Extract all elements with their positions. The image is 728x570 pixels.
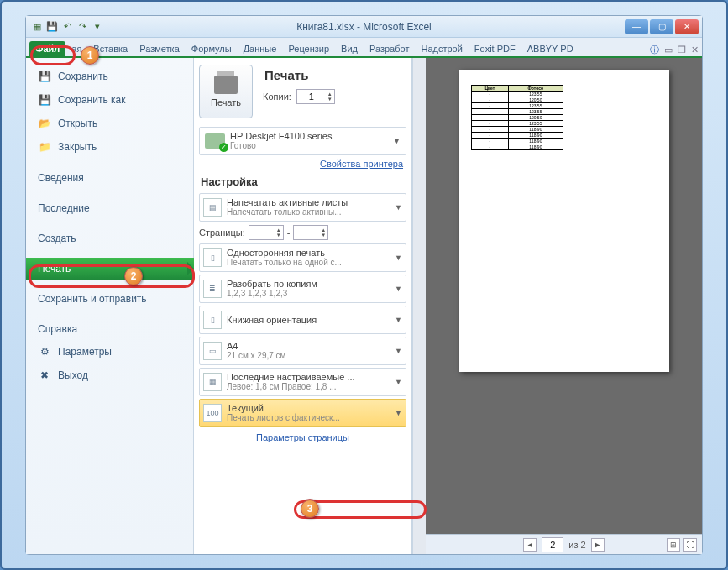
nav-item-Последние[interactable]: Последние <box>26 197 193 219</box>
printer-status: Готово <box>230 141 388 151</box>
printer-properties-link[interactable]: Свойства принтера <box>199 159 403 169</box>
copies-spinner[interactable]: ▲▼ <box>296 89 335 104</box>
scrollbar[interactable] <box>412 58 426 554</box>
chevron-down-icon: ▼ <box>395 203 402 212</box>
pages-to-input[interactable] <box>294 226 319 239</box>
close-button[interactable]: ✕ <box>675 19 699 34</box>
setting-sides[interactable]: ▯ Односторонняя печатьПечатать только на… <box>199 243 406 272</box>
nav-item-Сведения[interactable]: Сведения <box>26 167 193 189</box>
chevron-down-icon: ▼ <box>395 285 402 293</box>
close-doc-icon[interactable]: ✕ <box>691 44 699 55</box>
page-number-spinner[interactable] <box>542 537 563 552</box>
minimize-button[interactable]: — <box>625 19 648 34</box>
print-settings-panel: Печать Печать Копии: ▲▼ HP Desk <box>194 58 412 554</box>
marker-2: 2 <box>124 267 143 285</box>
tab-review[interactable]: Рецензир <box>282 41 335 56</box>
tab-foxit[interactable]: Foxit PDF <box>469 41 521 56</box>
chevron-down-icon: ▼ <box>393 137 401 145</box>
next-page-button[interactable]: ► <box>591 538 605 552</box>
restore-icon[interactable]: ❐ <box>678 44 686 55</box>
prev-page-button[interactable]: ◄ <box>523 538 537 552</box>
chevron-down-icon: ▼ <box>395 254 402 262</box>
print-button[interactable]: Печать <box>199 65 253 118</box>
setting-label: Текущий <box>227 404 390 413</box>
setting-sub: 1,2,3 1,2,3 1,2,3 <box>227 289 390 298</box>
printer-selector[interactable]: HP Deskjet F4100 series Готово ▼ <box>199 127 406 155</box>
nav-label: Открыть <box>58 118 97 129</box>
minimize-ribbon-icon[interactable]: ▭ <box>664 44 673 55</box>
nav-item-Справка[interactable]: Справка <box>26 318 193 340</box>
nav-item-Печать[interactable]: Печать <box>26 258 194 280</box>
printer-name: HP Deskjet F4100 series <box>230 131 388 141</box>
nav-icon: 📂 <box>38 117 51 130</box>
print-preview: ЦветФотосо-123.55-120.50-123.55-123.55-1… <box>426 58 702 554</box>
setting-paper-size[interactable]: ▭ A421 см x 29,7 см ▼ <box>199 337 406 365</box>
nav-label: Сохранить <box>58 71 108 82</box>
setting-sub: 21 см x 29,7 см <box>227 351 390 360</box>
setting-margins[interactable]: ▦ Последние настраиваемые ...Левое: 1,8 … <box>199 368 406 396</box>
tab-addins[interactable]: Надстрой <box>415 41 468 56</box>
pages-from-spinner[interactable]: ▲▼ <box>249 225 284 240</box>
save-icon[interactable]: 💾 <box>46 21 58 33</box>
excel-icon: ▦ <box>31 21 43 33</box>
tab-developer[interactable]: Разработ <box>364 41 415 56</box>
quick-access-toolbar: ▦ 💾 ↶ ↷ ▾ <box>26 21 103 33</box>
undo-icon[interactable]: ↶ <box>61 21 73 33</box>
setting-scaling[interactable]: 100 ТекущийПечать листов с фактическ... … <box>199 399 406 427</box>
nav-label: Сохранить и отправить <box>38 293 147 305</box>
tab-file[interactable]: Файл <box>29 41 65 56</box>
help-icon[interactable]: ⓘ <box>650 44 659 56</box>
print-button-label: Печать <box>211 97 241 107</box>
tab-abbyy[interactable]: ABBYY PD <box>521 41 579 56</box>
nav-item-Сохранить и отправить[interactable]: Сохранить и отправить <box>26 288 193 310</box>
sheets-icon: ▤ <box>203 198 222 217</box>
setting-collate[interactable]: ≣ Разобрать по копиям1,2,3 1,2,3 1,2,3 ▼ <box>199 275 406 303</box>
margins-icon: ▦ <box>203 373 222 391</box>
tab-layout[interactable]: Разметка <box>134 41 186 56</box>
page-number-input[interactable] <box>542 538 563 552</box>
copies-input[interactable] <box>297 90 326 103</box>
tab-view[interactable]: Вид <box>335 41 364 56</box>
pages-to-spinner[interactable]: ▲▼ <box>293 225 328 240</box>
setting-sub: Напечатать только активны... <box>227 207 390 217</box>
tab-data[interactable]: Данные <box>238 41 283 56</box>
nav-icon: 💾 <box>38 70 51 83</box>
pages-from-input[interactable] <box>249 226 275 239</box>
preview-toolbar: ◄ из 2 ► ⊞ ⛶ <box>426 534 702 554</box>
nav-item-Сохранить как[interactable]: 💾Сохранить как <box>26 88 193 112</box>
maximize-button[interactable]: ▢ <box>650 19 673 34</box>
marker-3: 3 <box>301 499 319 518</box>
zoom-page-button[interactable]: ⛶ <box>683 538 697 552</box>
redo-icon[interactable]: ↷ <box>76 21 88 33</box>
nav-item-Создать[interactable]: Создать <box>26 227 193 249</box>
setting-sub: Печать листов с фактическ... <box>227 413 390 422</box>
nav-item-Выход[interactable]: ✖Выход <box>26 363 193 387</box>
orientation-icon: ▯ <box>203 311 222 329</box>
setting-label: Разобрать по копиям <box>227 280 390 289</box>
nav-label: Параметры <box>58 346 112 358</box>
settings-title: Настройка <box>201 175 406 188</box>
nav-label: Справка <box>38 323 77 335</box>
show-margins-button[interactable]: ⊞ <box>667 538 680 552</box>
setting-sub: Печатать только на одной с... <box>227 258 390 267</box>
window-title: Книга81.xlsx - Microsoft Excel <box>26 21 702 33</box>
dropdown-icon[interactable]: ▾ <box>92 21 103 33</box>
pages-dash: - <box>287 227 291 238</box>
page-setup-link[interactable]: Параметры страницы <box>199 432 406 442</box>
nav-item-Открыть[interactable]: 📂Открыть <box>26 112 193 135</box>
printer-icon <box>214 76 238 94</box>
nav-item-Параметры[interactable]: ⚙Параметры <box>26 340 193 363</box>
chevron-down-icon: ▼ <box>395 378 402 386</box>
tab-formulas[interactable]: Формулы <box>186 41 238 56</box>
preview-page: ЦветФотосо-123.55-120.50-123.55-123.55-1… <box>459 70 669 372</box>
pages-label: Страницы: <box>199 227 245 238</box>
nav-label: Сохранить как <box>58 94 125 106</box>
chevron-down-icon: ▼ <box>395 316 402 324</box>
nav-item-Сохранить[interactable]: 💾Сохранить <box>26 65 193 88</box>
nav-label: Сведения <box>38 172 84 184</box>
setting-orientation[interactable]: ▯ Книжная ориентация ▼ <box>199 306 406 334</box>
setting-label: A4 <box>227 342 390 351</box>
setting-print-what[interactable]: ▤ Напечатать активные листы Напечатать т… <box>199 193 406 222</box>
scaling-icon: 100 <box>203 404 222 422</box>
nav-item-Закрыть[interactable]: 📁Закрыть <box>26 135 193 159</box>
